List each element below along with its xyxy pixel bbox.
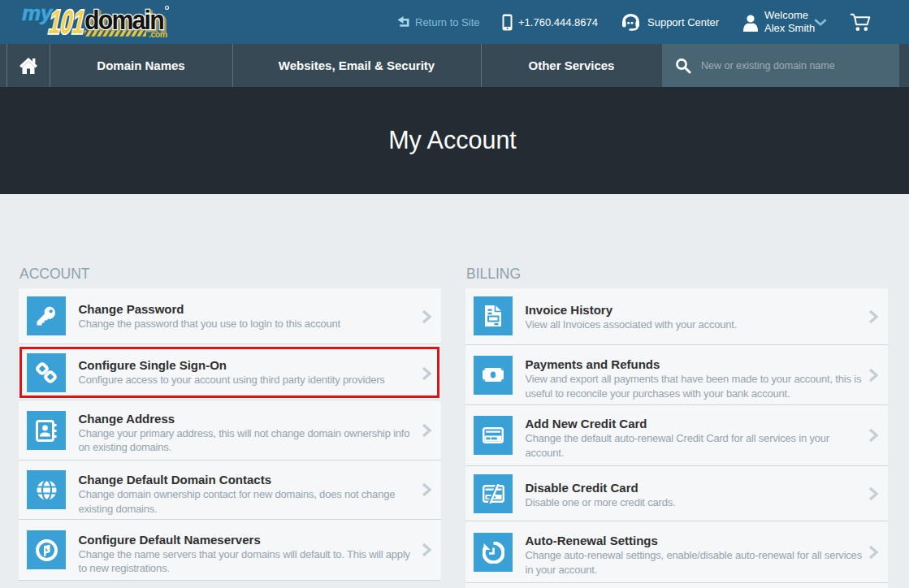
svg-text:101: 101 [45,2,89,40]
svg-text:my: my [22,2,54,25]
svg-text:.com: .com [149,29,167,39]
